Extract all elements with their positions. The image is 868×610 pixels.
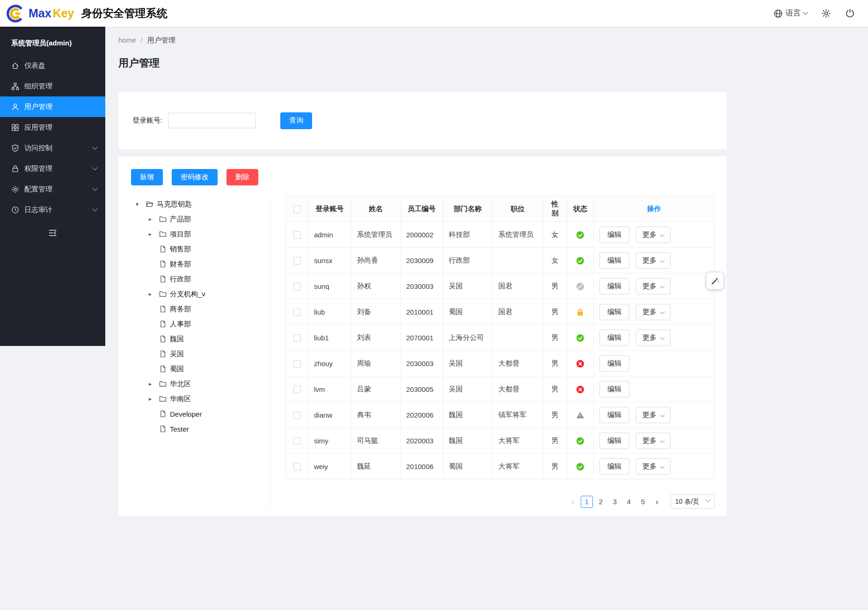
breadcrumb-home-link[interactable]: home: [118, 36, 136, 45]
row-gender: 男: [543, 299, 567, 325]
prev-page-button[interactable]: ‹: [567, 496, 579, 508]
next-page-button[interactable]: ›: [651, 496, 663, 508]
row-gender: 女: [543, 222, 567, 248]
tree-item[interactable]: ▸项目部: [136, 227, 270, 242]
edit-button[interactable]: 编辑: [599, 355, 629, 372]
tree-item[interactable]: ▸华南区: [136, 391, 270, 406]
more-button[interactable]: 更多: [636, 227, 671, 243]
more-button[interactable]: 更多: [636, 433, 671, 449]
more-button[interactable]: 更多: [636, 278, 671, 294]
caret-right-icon[interactable]: ▸: [149, 216, 159, 222]
edit-button[interactable]: 编辑: [599, 278, 629, 294]
add-button[interactable]: 新增: [131, 169, 163, 185]
breadcrumb-current: 用户管理: [147, 36, 175, 45]
clock-icon: [11, 206, 19, 214]
tree-item[interactable]: 蜀国: [136, 361, 270, 376]
row-checkbox[interactable]: [293, 309, 301, 316]
tree-item[interactable]: ▸分支机构_v: [136, 287, 270, 301]
row-name: 刘表: [351, 325, 401, 351]
more-button[interactable]: 更多: [636, 252, 671, 269]
row-checkbox[interactable]: [293, 334, 301, 342]
menu-collapse-button[interactable]: [0, 223, 105, 243]
edit-button[interactable]: 编辑: [599, 330, 629, 346]
tree-item[interactable]: 魏国: [136, 331, 270, 346]
sidebar-item-app[interactable]: 应用管理: [0, 117, 105, 138]
tree-item[interactable]: 吴国: [136, 346, 270, 361]
tree-item[interactable]: 人事部: [136, 316, 270, 331]
more-button[interactable]: 更多: [636, 304, 671, 320]
logout-button[interactable]: [845, 8, 855, 18]
tree-item[interactable]: 销售部: [136, 242, 270, 257]
tree-item[interactable]: ▾马克思钥匙: [136, 197, 270, 212]
row-employee-id: 2030003: [401, 273, 443, 299]
sidebar-item-user[interactable]: 用户管理: [0, 96, 105, 117]
row-checkbox[interactable]: [293, 231, 301, 239]
status-active-icon: [576, 463, 584, 471]
row-account: admin: [308, 222, 351, 248]
row-checkbox[interactable]: [293, 283, 301, 290]
caret-right-icon[interactable]: ▸: [149, 381, 159, 387]
more-button[interactable]: 更多: [636, 407, 671, 423]
table-row: admin系统管理员2000002科技部系统管理员女编辑更多: [286, 222, 715, 248]
row-checkbox[interactable]: [293, 386, 301, 393]
tree-item[interactable]: ▸产品部: [136, 212, 270, 227]
more-button-label: 更多: [642, 256, 656, 264]
folder-icon: [159, 380, 167, 388]
edit-button[interactable]: 编辑: [599, 227, 629, 243]
edit-button[interactable]: 编辑: [599, 433, 629, 449]
sidebar-item-perm[interactable]: 权限管理: [0, 158, 105, 179]
row-employee-id: 2020006: [401, 402, 443, 428]
row-actions: 编辑更多: [594, 402, 715, 428]
floating-extension-button[interactable]: [707, 272, 723, 289]
app-header: Max Key 身份安全管理系统 语言: [0, 0, 868, 27]
page-button-2[interactable]: 2: [595, 496, 607, 508]
caret-right-icon[interactable]: ▸: [149, 396, 159, 402]
sidebar-item-config[interactable]: 配置管理: [0, 179, 105, 199]
more-button[interactable]: 更多: [636, 458, 671, 475]
caret-right-icon[interactable]: ▸: [149, 291, 159, 297]
edit-button[interactable]: 编辑: [599, 381, 629, 397]
sidebar-item-access[interactable]: 访问控制: [0, 138, 105, 158]
sidebar-item-audit[interactable]: 日志审计: [0, 199, 105, 220]
change-password-button[interactable]: 密码修改: [172, 169, 218, 185]
account-input[interactable]: [168, 113, 256, 128]
sidebar-item-org[interactable]: 组织管理: [0, 76, 105, 96]
row-name: 周瑜: [351, 351, 401, 376]
folder-icon: [159, 230, 167, 238]
more-button[interactable]: 更多: [636, 330, 671, 346]
row-checkbox[interactable]: [293, 257, 301, 265]
page-button-5[interactable]: 5: [637, 496, 649, 508]
delete-button[interactable]: 删除: [226, 169, 258, 185]
edit-button[interactable]: 编辑: [599, 252, 629, 269]
select-all-checkbox[interactable]: [293, 206, 301, 213]
row-checkbox[interactable]: [293, 437, 301, 445]
row-checkbox-cell: [286, 402, 308, 428]
tree-item[interactable]: 财务部: [136, 257, 270, 272]
tree-item[interactable]: 行政部: [136, 272, 270, 287]
edit-button[interactable]: 编辑: [599, 458, 629, 475]
tree-item[interactable]: 商务部: [136, 301, 270, 316]
sidebar-item-dashboard[interactable]: 仪表盘: [0, 55, 105, 76]
row-checkbox[interactable]: [293, 360, 301, 367]
settings-button[interactable]: [821, 8, 831, 18]
language-menu[interactable]: 语言: [773, 8, 807, 18]
page-button-1[interactable]: 1: [581, 496, 593, 508]
menu-fold-icon: [48, 228, 57, 237]
tree-item[interactable]: Tester: [136, 421, 270, 436]
row-department: 吴国: [443, 351, 493, 376]
query-button[interactable]: 查询: [280, 112, 312, 129]
page-button-4[interactable]: 4: [623, 496, 635, 508]
row-gender: 男: [543, 273, 567, 299]
caret-right-icon[interactable]: ▸: [149, 231, 159, 237]
row-status-cell: [567, 273, 594, 299]
tree-item[interactable]: Developer: [136, 406, 270, 421]
row-checkbox[interactable]: [293, 463, 301, 470]
page-button-3[interactable]: 3: [609, 496, 621, 508]
edit-button[interactable]: 编辑: [599, 407, 629, 423]
row-checkbox[interactable]: [293, 412, 301, 419]
caret-down-icon[interactable]: ▾: [136, 201, 146, 207]
tree-item[interactable]: ▸华北区: [136, 376, 270, 391]
page-size-select[interactable]: 10 条/页: [671, 494, 715, 509]
edit-button[interactable]: 编辑: [599, 304, 629, 320]
header-actions: 语言: [773, 8, 855, 18]
